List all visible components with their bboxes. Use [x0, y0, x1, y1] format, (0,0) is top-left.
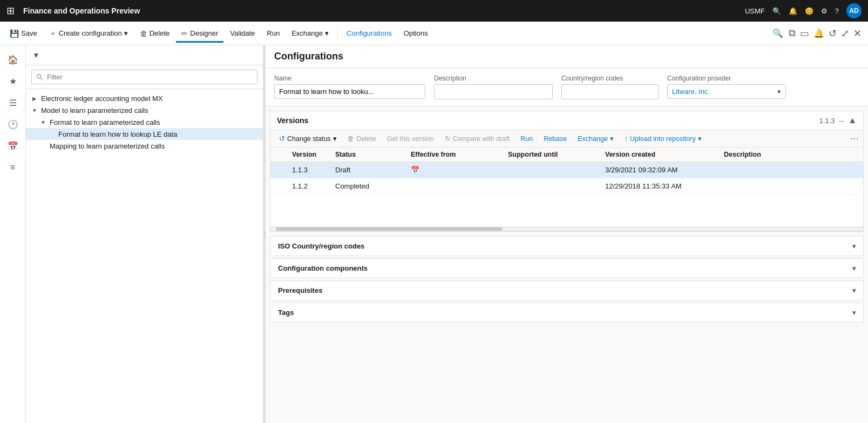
- tree-toggle-2[interactable]: ▼: [39, 118, 48, 126]
- table-row[interactable]: 1.1.3 Draft 📅 3/29/2021 09:32:09 AM: [270, 162, 863, 178]
- designer-button[interactable]: ✏ Designer: [176, 26, 223, 41]
- refresh-icon[interactable]: ↺: [826, 25, 839, 42]
- config-provider-dropdown[interactable]: Litware, Inc. ▾: [667, 84, 786, 99]
- notification-badge-icon[interactable]: 🔔: [811, 26, 826, 41]
- accordion-tags-header[interactable]: Tags ▾: [270, 303, 863, 322]
- accordion-config-chevron[interactable]: ▾: [852, 265, 856, 272]
- configurations-tab-button[interactable]: Configurations: [341, 26, 397, 41]
- panel-icon[interactable]: ▭: [798, 25, 811, 42]
- accordion-prereq-header[interactable]: Prerequisites ▾: [270, 281, 863, 300]
- tree-item-text-1: Model to learn parameterized calls: [41, 106, 148, 115]
- smiley-icon[interactable]: 😊: [805, 7, 813, 15]
- table-row[interactable]: 1.1.2 Completed 12/29/2018 11:35:33 AM: [270, 178, 863, 194]
- accordion-tags: Tags ▾: [270, 303, 864, 323]
- country-region-value[interactable]: [561, 84, 659, 99]
- country-region-field: Country/region codes: [561, 75, 659, 99]
- exchange-chevron[interactable]: ▾: [325, 29, 329, 37]
- ver-exchange-chevron[interactable]: ▾: [610, 135, 614, 143]
- col-header-status[interactable]: Status: [330, 147, 405, 162]
- accordion-tags-chevron[interactable]: ▾: [852, 309, 856, 317]
- app-grid-icon[interactable]: ⊞: [6, 5, 15, 17]
- versions-table: Version Status Effective from Supported …: [270, 147, 863, 227]
- change-status-button[interactable]: ↺ Change status ▾: [275, 132, 341, 145]
- upload-repo-chevron[interactable]: ▾: [698, 135, 702, 143]
- config-provider-value: Litware, Inc.: [672, 88, 710, 96]
- run-button[interactable]: Run: [261, 26, 285, 41]
- description-value[interactable]: [434, 84, 553, 99]
- ver-delete-button[interactable]: 🗑 Delete: [343, 133, 381, 145]
- tree-toggle-1[interactable]: ▼: [30, 106, 39, 115]
- accordion-prereq-chevron[interactable]: ▾: [852, 287, 856, 294]
- cmd-search-icon[interactable]: 🔍: [769, 25, 786, 42]
- rebase-button[interactable]: Rebase: [539, 133, 571, 145]
- config-provider-chevron[interactable]: ▾: [777, 88, 781, 96]
- layout-icon[interactable]: ⧉: [786, 25, 798, 41]
- row-description-2: [718, 178, 863, 194]
- options-button[interactable]: Options: [398, 26, 433, 41]
- home-icon[interactable]: 🏠: [3, 50, 23, 69]
- accordion-config-header[interactable]: Configuration components ▾: [270, 259, 863, 278]
- tree-item-electronic-ledger[interactable]: ▶ Electronic ledger accounting model MX: [26, 92, 263, 104]
- main-layout: 🏠 ★ ☰ 🕐 📅 ≡ ▼ ▶ Electronic ledger accoun…: [0, 45, 868, 423]
- tree-toggle-0[interactable]: ▶: [30, 94, 39, 103]
- filter-icon[interactable]: ▼: [30, 49, 42, 62]
- col-header-version-created[interactable]: Version created: [600, 147, 718, 162]
- delete-button[interactable]: 🗑 Delete: [134, 26, 175, 41]
- accordion-iso-country-header[interactable]: ISO Country/region codes ▾: [270, 237, 863, 256]
- cmd-separator: [337, 27, 338, 40]
- col-header-supported-until[interactable]: Supported until: [503, 147, 600, 162]
- delete-icon: 🗑: [140, 29, 147, 38]
- resize-handle[interactable]: [263, 45, 266, 423]
- popout-icon[interactable]: ⤢: [839, 25, 851, 42]
- col-header-effective-from[interactable]: Effective from: [405, 147, 503, 162]
- col-header-description[interactable]: Description: [718, 147, 863, 162]
- table-empty-row: [270, 194, 863, 227]
- exchange-button[interactable]: Exchange ▾: [286, 26, 334, 41]
- close-icon[interactable]: ✕: [851, 25, 864, 42]
- list-icon[interactable]: ☰: [3, 93, 23, 112]
- search-icon[interactable]: 🔍: [772, 7, 781, 15]
- accordion-iso-chevron[interactable]: ▾: [852, 243, 856, 250]
- col-header-version[interactable]: Version: [287, 147, 330, 162]
- calendar-icon-1[interactable]: 📅: [411, 166, 419, 174]
- user-avatar[interactable]: AD: [846, 3, 862, 18]
- page-title: Configurations: [274, 51, 859, 68]
- upload-repository-button[interactable]: ↑ Upload into repository ▾: [620, 132, 706, 145]
- clock-icon[interactable]: 🕐: [3, 115, 23, 134]
- add-icon: ＋: [49, 29, 57, 38]
- row-version-created-2: 12/29/2018 11:35:33 AM: [600, 178, 718, 194]
- settings-icon[interactable]: ⚙: [821, 7, 828, 15]
- validate-button[interactable]: Validate: [225, 26, 260, 41]
- save-button[interactable]: 💾 Save: [4, 26, 43, 41]
- row-supported-until-1: [503, 162, 600, 178]
- tree-item-format-lookup[interactable]: Format to learn how to lookup LE data: [26, 128, 263, 140]
- row-effective-from-1[interactable]: 📅: [405, 162, 503, 178]
- main-content: Configurations Name Format to learn how …: [266, 45, 868, 423]
- change-status-chevron[interactable]: ▾: [333, 135, 337, 143]
- get-this-version-button[interactable]: Get this version: [383, 133, 438, 145]
- tree-item-mapping[interactable]: Mapping to learn parameterized calls: [26, 140, 263, 152]
- star-icon[interactable]: ★: [3, 71, 23, 91]
- ver-more-button[interactable]: ⋯: [850, 133, 859, 144]
- name-value[interactable]: Format to learn how to looku...: [274, 84, 425, 99]
- tree-toggle-3: [48, 130, 56, 138]
- create-configuration-button[interactable]: ＋ Create configuration ▾: [44, 25, 133, 42]
- tree-item-model-parameterized[interactable]: ▼ Model to learn parameterized calls: [26, 104, 263, 116]
- description-label: Description: [434, 75, 553, 82]
- help-icon[interactable]: ?: [835, 7, 839, 15]
- filter-input[interactable]: [31, 70, 257, 84]
- tree-item-format-parameterized[interactable]: ▼ Format to learn parameterized calls: [26, 116, 263, 128]
- ver-run-button[interactable]: Run: [516, 133, 537, 145]
- row-description-1: [718, 162, 863, 178]
- ver-exchange-button[interactable]: Exchange ▾: [573, 132, 618, 145]
- create-config-chevron[interactable]: ▾: [124, 29, 128, 37]
- name-label: Name: [274, 75, 425, 82]
- scroll-indicator[interactable]: [270, 227, 863, 231]
- accordion-iso-country: ISO Country/region codes ▾: [270, 236, 864, 256]
- menu-icon[interactable]: ≡: [3, 158, 23, 177]
- tree-item-text-2: Format to learn parameterized calls: [50, 118, 160, 126]
- calendar-side-icon[interactable]: 📅: [3, 136, 23, 156]
- bell-icon[interactable]: 🔔: [789, 7, 797, 15]
- compare-with-draft-button[interactable]: ↻ Compare with draft: [440, 132, 514, 145]
- versions-collapse-icon[interactable]: ▲: [848, 116, 857, 125]
